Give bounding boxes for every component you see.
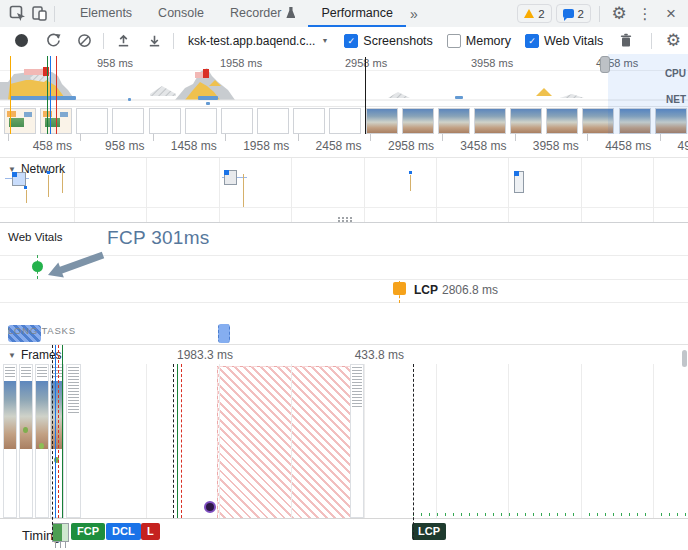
checkbox-box[interactable] <box>447 34 461 48</box>
more-tabs-button[interactable]: » <box>410 7 418 21</box>
network-request-dot[interactable] <box>47 171 50 174</box>
save-profile-button[interactable] <box>143 30 165 52</box>
gear-icon: ⚙ <box>611 5 626 22</box>
close-icon: × <box>666 5 676 22</box>
filmstrip-frame[interactable] <box>366 108 398 134</box>
network-request-dot[interactable] <box>24 186 27 189</box>
filmstrip-frame[interactable] <box>510 108 542 134</box>
request-tail-line <box>48 175 49 197</box>
gridline <box>508 158 509 223</box>
selection-shade <box>608 54 688 134</box>
lcp-marker[interactable] <box>393 282 406 295</box>
load-profile-button[interactable] <box>112 30 134 52</box>
overview-drag-handle[interactable] <box>600 56 610 73</box>
gridline <box>291 364 292 518</box>
request-tail-line <box>26 190 27 203</box>
timing-tick <box>60 542 61 548</box>
dropped-frame-region[interactable] <box>217 366 352 518</box>
filmstrip-frame[interactable] <box>329 108 361 134</box>
tab-console[interactable]: Console <box>145 0 217 27</box>
long-task-bar[interactable] <box>218 324 230 343</box>
timing-badge-fcp: FCP <box>71 523 105 540</box>
filmstrip-frame[interactable] <box>76 108 108 134</box>
fcp-annotation-text: FCP 301ms <box>107 227 210 249</box>
filmstrip-frame[interactable] <box>185 108 217 134</box>
frame-info-strip <box>350 364 364 518</box>
device-toolbar-button[interactable] <box>28 3 50 25</box>
inspect-element-button[interactable] <box>6 3 28 25</box>
gridline <box>653 364 654 518</box>
ruler-label: 1458 ms <box>157 139 217 153</box>
filmstrip-frame[interactable] <box>293 108 325 134</box>
filmstrip-frame[interactable] <box>474 108 506 134</box>
filmstrip-frame[interactable] <box>402 108 434 134</box>
capture-options: ✓ScreenshotsMemory✓Web Vitals <box>344 34 603 48</box>
network-activity-bar <box>455 96 463 99</box>
record-icon <box>15 34 28 47</box>
checkbox-box[interactable]: ✓ <box>344 34 358 48</box>
splitter-handle[interactable] <box>338 217 354 223</box>
screenshot-thumbnail[interactable] <box>52 523 69 542</box>
network-section-title: Network <box>21 162 65 176</box>
divider <box>54 6 55 22</box>
frames-section-header[interactable]: ▼ Frames 1983.3 ms 433.8 ms <box>0 344 688 366</box>
frame-strip[interactable] <box>3 364 17 518</box>
ruler-tick <box>370 134 371 141</box>
checkbox-box[interactable]: ✓ <box>525 34 539 48</box>
gridline <box>146 364 147 518</box>
warnings-badge[interactable]: 2 <box>517 4 551 23</box>
checkbox-screenshots[interactable]: ✓Screenshots <box>344 34 432 48</box>
close-devtools-button[interactable]: × <box>660 3 682 25</box>
reload-icon <box>46 33 61 48</box>
more-options-button[interactable]: ⋮ <box>634 3 656 25</box>
settings-button[interactable]: ⚙ <box>608 3 630 25</box>
ruler-tick <box>442 134 443 141</box>
filmstrip-frame[interactable] <box>546 108 578 134</box>
checkbox-web-vitals[interactable]: ✓Web Vitals <box>525 34 603 48</box>
frame-info-microtext <box>68 367 79 415</box>
network-request-dot[interactable] <box>409 171 412 174</box>
request-cap <box>224 170 229 175</box>
gridline <box>219 364 220 518</box>
filmstrip-frame[interactable] <box>438 108 470 134</box>
page-url-selector[interactable]: ksk-test.app.baqend.c... ▼ <box>188 34 328 48</box>
capture-settings-button[interactable]: ⚙ <box>662 30 684 52</box>
screenshot-filmstrip[interactable] <box>0 107 688 134</box>
gridline <box>291 158 292 223</box>
tab-recorder[interactable]: Recorder <box>217 0 308 27</box>
tab-performance[interactable]: Performance <box>308 0 406 27</box>
timing-tick <box>55 542 56 548</box>
filmstrip-frame[interactable] <box>112 108 144 134</box>
filmstrip-frame[interactable] <box>4 108 36 134</box>
request-tail-line <box>62 171 63 193</box>
timeline-overview[interactable]: CPU NET 958 ms1958 ms2958 ms3958 ms4958 … <box>0 54 688 107</box>
clear-recording-button[interactable] <box>73 30 95 52</box>
filmstrip-frame[interactable] <box>221 108 253 134</box>
record-button[interactable] <box>10 30 32 52</box>
time-ruler[interactable]: 458 ms958 ms1458 ms1958 ms2458 ms2958 ms… <box>0 134 688 157</box>
frame-info-microtext <box>21 367 31 379</box>
frame-info-microtext <box>52 367 62 379</box>
reload-and-record-button[interactable] <box>42 30 64 52</box>
chevron-down-icon: ▼ <box>321 37 328 44</box>
event-marker-line <box>365 57 366 134</box>
checkbox-memory[interactable]: Memory <box>447 34 511 48</box>
request-cap <box>514 171 519 176</box>
devtools-window: ElementsConsoleRecorderPerformance » 2 2… <box>0 0 688 550</box>
ruler-tick <box>660 134 661 141</box>
fcp-good-marker[interactable] <box>32 261 43 272</box>
kebab-icon: ⋮ <box>638 6 653 21</box>
frame-strip[interactable] <box>35 364 49 518</box>
frame-strip[interactable] <box>19 364 33 518</box>
gridline <box>436 364 437 518</box>
issues-badge[interactable]: 2 <box>556 4 591 23</box>
tab-elements[interactable]: Elements <box>67 0 145 27</box>
event-dot-marker[interactable] <box>204 501 216 513</box>
scrollbar-thumb[interactable] <box>682 350 687 367</box>
delete-recording-button[interactable] <box>615 30 637 52</box>
screenshot-detail-spot <box>23 427 28 433</box>
screenshot-detail-spot <box>39 443 44 449</box>
frame-screenshot <box>4 381 16 449</box>
filmstrip-frame[interactable] <box>149 108 181 134</box>
filmstrip-frame[interactable] <box>257 108 289 134</box>
